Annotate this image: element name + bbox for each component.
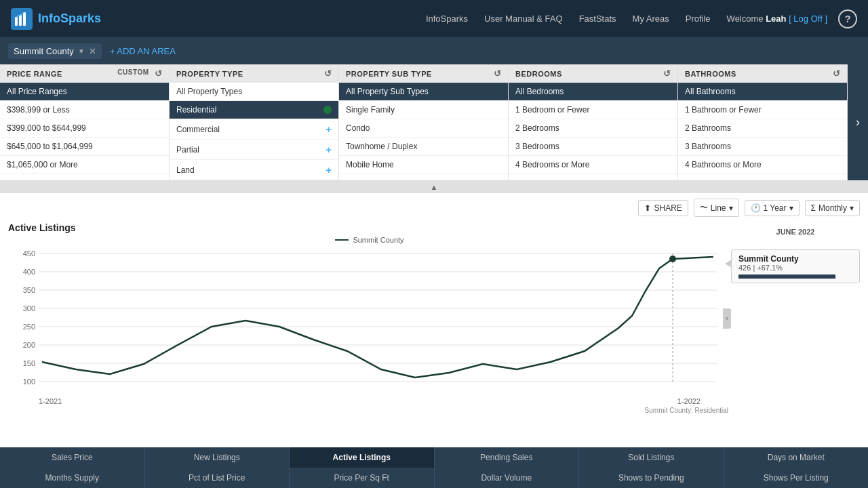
filters-panel: PRICE RANGE CUSTOM ↺ All Price Ranges $3… bbox=[0, 64, 868, 181]
svg-rect-0 bbox=[15, 17, 18, 26]
bathrooms-2[interactable]: 2 Bathrooms bbox=[678, 119, 847, 138]
residential-selected-dot bbox=[323, 106, 332, 114]
commercial-expand-icon[interactable]: + bbox=[326, 123, 332, 135]
filter-property-type: PROPERTY TYPE ↺ All Property Types Resid… bbox=[170, 64, 339, 180]
bathrooms-4plus[interactable]: 4 Bathrooms or More bbox=[678, 156, 847, 174]
share-button[interactable]: ⬆ SHARE bbox=[638, 200, 688, 216]
subtype-condo[interactable]: Condo bbox=[339, 119, 508, 138]
tooltip-dot bbox=[669, 256, 676, 262]
proptype-land[interactable]: Land + bbox=[170, 160, 338, 180]
clock-icon: 🕐 bbox=[751, 203, 761, 213]
bathrooms-reset-icon[interactable]: ↺ bbox=[833, 68, 841, 79]
chart-toolbar: ⬆ SHARE 〜 Line ▾ 🕐 1 Year ▾ Σ Monthly ▾ bbox=[8, 199, 860, 217]
proptype-all[interactable]: All Property Types bbox=[170, 83, 338, 101]
share-icon: ⬆ bbox=[644, 203, 651, 213]
sub-type-reset-icon[interactable]: ↺ bbox=[494, 68, 502, 79]
chart-sidebar: ‹ JUNE 2022 Summit County 426 | +67.1% bbox=[731, 222, 860, 414]
tab-sales-price[interactable]: Sales Price bbox=[0, 447, 145, 468]
tab-dollar-volume[interactable]: Dollar Volume bbox=[435, 468, 580, 488]
nav-manual[interactable]: User Manual & FAQ bbox=[484, 14, 563, 24]
tab-pct-list-price[interactable]: Pct of List Price bbox=[145, 468, 290, 488]
area-name: Summit County bbox=[14, 46, 74, 56]
partial-expand-icon[interactable]: + bbox=[326, 144, 332, 155]
svg-text:350: 350 bbox=[23, 286, 35, 294]
metric-row-1: Sales Price New Listings Active Listings… bbox=[0, 447, 868, 468]
metric-row-2: Months Supply Pct of List Price Price Pe… bbox=[0, 468, 868, 488]
line-dropdown-icon: ▾ bbox=[729, 203, 733, 213]
subtype-mobilehome[interactable]: Mobile Home bbox=[339, 156, 508, 174]
tab-sold-listings[interactable]: Sold Listings bbox=[579, 447, 724, 468]
subtype-singlefamily[interactable]: Single Family bbox=[339, 101, 508, 119]
bathrooms-1[interactable]: 1 Bathroom or Fewer bbox=[678, 101, 847, 119]
proptype-partial[interactable]: Partial + bbox=[170, 140, 338, 160]
bathrooms-header: BATHROOMS ↺ bbox=[678, 64, 847, 83]
welcome-text: Welcome Leah [ Log Off ] bbox=[727, 14, 827, 24]
logo-icon bbox=[11, 8, 33, 30]
price-399-644[interactable]: $399,000 to $644,999 bbox=[0, 119, 169, 138]
active-listings-chart[interactable]: 450 400 350 300 250 200 150 100 bbox=[8, 247, 720, 396]
tab-active-listings[interactable]: Active Listings bbox=[290, 447, 435, 468]
subtype-townhome[interactable]: Townhome / Duplex bbox=[339, 138, 508, 156]
filters-expand-button[interactable]: › bbox=[848, 64, 868, 180]
filter-collapse-button[interactable]: ▲ bbox=[0, 181, 868, 193]
filter-price-range: PRICE RANGE CUSTOM ↺ All Price Ranges $3… bbox=[0, 64, 170, 180]
property-type-header: PROPERTY TYPE ↺ bbox=[170, 64, 338, 83]
subtype-all[interactable]: All Property Sub Types bbox=[339, 83, 508, 101]
header: InfoSparks InfoSparks User Manual & FAQ … bbox=[0, 0, 868, 37]
tooltip-box: Summit County 426 | +67.1% bbox=[731, 249, 860, 283]
bathrooms-3[interactable]: 3 Bathrooms bbox=[678, 138, 847, 156]
nav-infosparks[interactable]: InfoSparks bbox=[426, 14, 468, 24]
bedrooms-1[interactable]: 1 Bedroom or Fewer bbox=[509, 101, 677, 119]
property-type-reset-icon[interactable]: ↺ bbox=[324, 68, 332, 79]
tab-shows-per-listing[interactable]: Shows Per Listing bbox=[724, 468, 869, 488]
help-button[interactable]: ? bbox=[838, 9, 857, 28]
sidebar-toggle-button[interactable]: ‹ bbox=[723, 308, 731, 329]
chart-legend: Summit County bbox=[8, 236, 731, 244]
nav-myareas[interactable]: My Areas bbox=[633, 14, 669, 24]
tooltip-arrow bbox=[725, 260, 732, 268]
x-axis-labels: 1-2021 1-2022 bbox=[8, 396, 731, 405]
price-all[interactable]: All Price Ranges bbox=[0, 83, 169, 101]
chart-line-summit-county bbox=[42, 257, 713, 378]
price-398[interactable]: $398,999 or Less bbox=[0, 101, 169, 119]
nav-links: InfoSparks User Manual & FAQ FastStats M… bbox=[426, 14, 711, 24]
nav-profile[interactable]: Profile bbox=[686, 14, 711, 24]
bedrooms-3[interactable]: 3 Bedrooms bbox=[509, 138, 677, 156]
price-range-header: PRICE RANGE CUSTOM ↺ bbox=[0, 64, 169, 83]
tab-price-per-sqft[interactable]: Price Per Sq Ft bbox=[290, 468, 435, 488]
tab-days-on-market[interactable]: Days on Market bbox=[724, 447, 869, 468]
price-645-1064[interactable]: $645,000 to $1,064,999 bbox=[0, 138, 169, 156]
bedrooms-reset-icon[interactable]: ↺ bbox=[663, 68, 671, 79]
land-expand-icon[interactable]: + bbox=[326, 164, 332, 176]
tab-pending-sales[interactable]: Pending Sales bbox=[435, 447, 580, 468]
svg-text:400: 400 bbox=[23, 268, 35, 276]
custom-label: CUSTOM bbox=[117, 68, 149, 79]
svg-text:150: 150 bbox=[23, 359, 35, 367]
svg-text:450: 450 bbox=[23, 249, 35, 258]
svg-rect-2 bbox=[23, 12, 26, 26]
chart-container: Active Listings Summit County 45 bbox=[8, 222, 860, 414]
proptype-commercial[interactable]: Commercial + bbox=[170, 119, 338, 140]
aggregation-button[interactable]: Σ Monthly ▾ bbox=[805, 200, 860, 216]
price-1065-more[interactable]: $1,065,000 or More bbox=[0, 156, 169, 174]
tab-new-listings[interactable]: New Listings bbox=[145, 447, 290, 468]
price-range-reset-icon[interactable]: ↺ bbox=[155, 68, 163, 79]
area-selector[interactable]: Summit County ▼ ✕ bbox=[8, 43, 102, 59]
bedrooms-all[interactable]: All Bedrooms bbox=[509, 83, 677, 101]
add-area-button[interactable]: + ADD AN AREA bbox=[110, 46, 176, 56]
svg-text:200: 200 bbox=[23, 341, 35, 349]
line-chart-icon: 〜 bbox=[700, 202, 708, 214]
bedrooms-2[interactable]: 2 Bedrooms bbox=[509, 119, 677, 138]
bathrooms-all[interactable]: All Bathrooms bbox=[678, 83, 847, 101]
legend-line-indicator bbox=[335, 239, 349, 241]
area-close-icon[interactable]: ✕ bbox=[89, 46, 96, 56]
proptype-residential[interactable]: Residential bbox=[170, 101, 338, 119]
bedrooms-4plus[interactable]: 4 Bedrooms or More bbox=[509, 156, 677, 174]
time-range-button[interactable]: 🕐 1 Year ▾ bbox=[745, 200, 800, 216]
nav-faststats[interactable]: FastStats bbox=[579, 14, 616, 24]
tab-months-supply[interactable]: Months Supply bbox=[0, 468, 145, 488]
chart-type-button[interactable]: 〜 Line ▾ bbox=[694, 199, 739, 217]
x-label-2022: 1-2022 bbox=[677, 397, 701, 405]
svg-text:100: 100 bbox=[23, 378, 35, 386]
tab-shows-to-pending[interactable]: Shows to Pending bbox=[579, 468, 724, 488]
